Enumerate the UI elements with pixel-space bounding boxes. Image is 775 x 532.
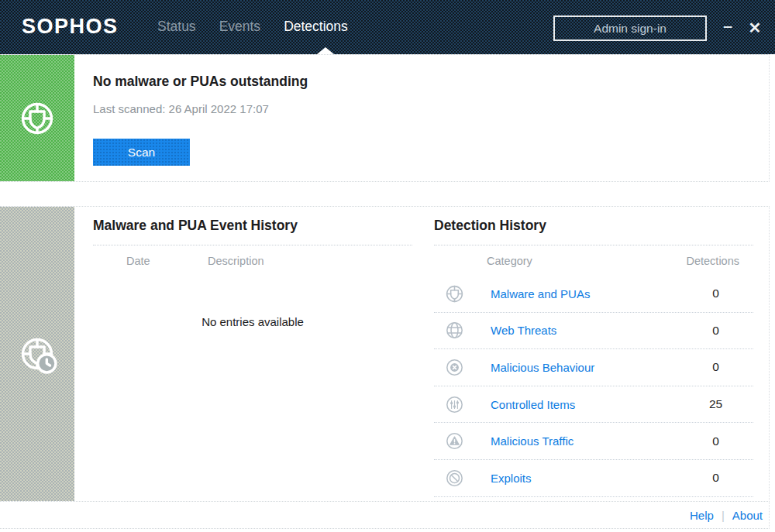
column-header-category: Category (487, 255, 532, 267)
column-header-description: Description (208, 255, 264, 267)
warning-triangle-icon (443, 429, 467, 453)
column-header-detections: Detections (678, 255, 753, 267)
detection-count: 0 (678, 471, 753, 485)
about-link[interactable]: About (732, 509, 763, 522)
prohibited-icon (443, 466, 467, 490)
detection-row: Malicious Behaviour0 (434, 349, 753, 386)
admin-sign-in-button[interactable]: Admin sign-in (553, 15, 707, 41)
active-tab-caret (317, 47, 334, 54)
detection-category-link[interactable]: Malware and PUAs (491, 287, 590, 300)
status-title: No malware or PUAs outstanding (93, 74, 308, 90)
detection-row: Controlled Items25 (434, 386, 753, 424)
detection-count: 0 (678, 287, 753, 300)
tab-status[interactable]: Status (157, 19, 196, 35)
tab-detections[interactable]: Detections (284, 19, 348, 35)
detection-row: Exploits0 (434, 460, 753, 497)
history-panel: Malware and PUA Event History Date Descr… (0, 206, 770, 502)
history-accent-strip (0, 207, 74, 501)
detection-count: 0 (678, 324, 753, 338)
detection-category-link[interactable]: Controlled Items (491, 398, 575, 411)
event-history-header: Date Description (93, 245, 412, 276)
column-header-date: Date (126, 255, 208, 267)
detection-category-link[interactable]: Exploits (491, 472, 532, 485)
sophos-endpoint-window: SOPHOS Status Events Detections Admin si… (0, 0, 775, 532)
detection-row: Web Threats0 (434, 313, 753, 350)
status-accent-strip (0, 55, 74, 181)
nav-tabs: Status Events Detections (157, 0, 348, 53)
detection-category-link[interactable]: Web Threats (491, 324, 556, 337)
detection-count: 0 (678, 360, 753, 374)
detection-count: 25 (678, 397, 753, 411)
sophos-logo: SOPHOS (22, 15, 119, 39)
close-icon[interactable]: ✕ (744, 18, 766, 39)
tab-events[interactable]: Events (219, 19, 261, 35)
sliders-icon (443, 393, 467, 417)
detection-history-table: Detection History Category Detections Ma… (434, 207, 753, 501)
scan-button[interactable]: Scan (93, 139, 190, 166)
detection-row: Malicious Traffic0 (434, 423, 753, 460)
help-link[interactable]: Help (690, 509, 714, 522)
status-panel: No malware or PUAs outstanding Last scan… (0, 54, 770, 182)
detection-category-link[interactable]: Malicious Traffic (491, 434, 574, 448)
globe-icon (443, 318, 467, 342)
event-history-table: Malware and PUA Event History Date Descr… (93, 207, 412, 501)
detection-count: 0 (678, 434, 753, 448)
last-scanned-text: Last scanned: 26 April 2022 17:07 (93, 102, 269, 115)
shield-target-icon (15, 96, 60, 141)
detection-row: Malware and PUAs0 (434, 276, 753, 313)
no-entries-text: No entries available (93, 315, 412, 328)
detection-history-title: Detection History (434, 218, 546, 234)
shield-target-icon (443, 282, 467, 306)
detection-history-header: Category Detections (434, 245, 753, 276)
burst-icon (443, 355, 467, 379)
footer-separator: | (722, 509, 725, 522)
navbar: SOPHOS Status Events Detections Admin si… (0, 0, 775, 54)
scan-history-icon (15, 331, 60, 376)
footer: Help | About (0, 502, 770, 529)
detection-table-body: Malware and PUAs0Web Threats0Malicious B… (434, 276, 753, 497)
event-history-title: Malware and PUA Event History (93, 218, 298, 234)
detection-category-link[interactable]: Malicious Behaviour (491, 361, 594, 374)
minimize-icon[interactable]: – (718, 16, 738, 38)
